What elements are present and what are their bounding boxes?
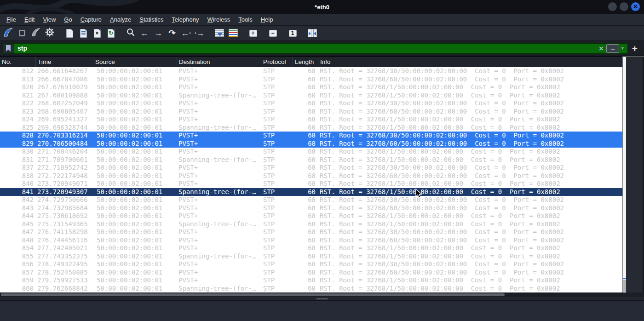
cell-source: 50:00:00:02:00:01: [93, 67, 177, 75]
horizontal-scrollbar[interactable]: [0, 292, 644, 297]
cell-protocol: STP: [261, 285, 293, 293]
capture-options-button[interactable]: [43, 27, 57, 40]
packet-list-header: No.TimeSourceDestinationProtocolLengthIn…: [0, 57, 622, 67]
packet-row-854[interactable]: 854277.74240502150:00:00:02:00:01PVST+ST…: [0, 244, 622, 252]
stop-capture-button[interactable]: [15, 27, 29, 40]
cell-no: 829: [0, 140, 36, 148]
menu-capture[interactable]: Capture: [76, 16, 106, 23]
next-packet-button[interactable]: •→: [193, 27, 207, 40]
menu-tools[interactable]: Tools: [234, 16, 256, 23]
packet-row-844[interactable]: 844275.73061869250:00:00:02:00:01PVST+ST…: [0, 212, 622, 220]
packet-row-860[interactable]: 860279.76266884250:00:00:02:00:01Spannin…: [0, 285, 622, 293]
column-header-protocol[interactable]: Protocol: [261, 57, 293, 67]
cell-source: 50:00:00:02:00:01: [93, 140, 177, 148]
packet-row-837[interactable]: 837272.71895274250:00:00:02:00:01PVST+ST…: [0, 164, 622, 172]
cell-no: 837: [0, 164, 36, 172]
column-header-time[interactable]: Time: [36, 57, 93, 67]
previous-packet-button[interactable]: ←•: [179, 27, 193, 40]
packet-row-838[interactable]: 838272.72217494850:00:00:02:00:01PVST+ST…: [0, 172, 622, 180]
packet-row-812[interactable]: 812266.66164826750:00:00:02:00:01PVST+ST…: [0, 67, 622, 75]
menu-telephony[interactable]: Telephony: [167, 16, 203, 23]
packet-row-824[interactable]: 824269.69524132750:00:00:02:00:01PVST+ST…: [0, 115, 622, 124]
packet-list: 812266.66164826750:00:00:02:00:01PVST+ST…: [0, 67, 622, 292]
menu-analyze[interactable]: Analyze: [106, 16, 135, 23]
save-file-button[interactable]: [76, 27, 90, 40]
zoom-out-button[interactable]: −: [266, 27, 280, 40]
start-capture-button[interactable]: [1, 27, 15, 40]
cell-time: 270.706500484: [36, 140, 93, 148]
reload-file-button[interactable]: ↻: [104, 27, 118, 40]
packet-row-855[interactable]: 855277.74335237550:00:00:02:00:01Spannin…: [0, 252, 622, 261]
prev-packet-icon: ←: [181, 29, 189, 37]
menu-edit[interactable]: Edit: [20, 16, 39, 23]
packet-row-820[interactable]: 820267.67691002950:00:00:02:00:01PVST+ST…: [0, 83, 622, 92]
menu-view[interactable]: View: [39, 16, 60, 23]
display-filter-input[interactable]: [14, 45, 596, 52]
auto-scroll-button[interactable]: [213, 27, 226, 40]
cell-source: 50:00:00:02:00:01: [93, 115, 177, 124]
cell-source: 50:00:00:02:00:01: [93, 252, 177, 261]
filter-clear-button[interactable]: ×: [596, 45, 606, 52]
packet-list-right-margin: [626, 57, 644, 292]
zoom-normal-button[interactable]: 1: [286, 27, 299, 40]
filter-dropdown-caret[interactable]: ▼: [621, 46, 627, 51]
menu-statistics[interactable]: Statistics: [135, 16, 167, 23]
menu-wireless[interactable]: Wireless: [203, 16, 235, 23]
cell-no: 812: [0, 67, 36, 75]
column-header-source[interactable]: Source: [93, 57, 177, 67]
packet-row-845[interactable]: 845275.73154936550:00:00:02:00:01Spannin…: [0, 220, 622, 229]
go-to-packet-button[interactable]: ↷: [165, 27, 179, 40]
minimize-button[interactable]: [608, 2, 617, 11]
go-forward-button[interactable]: →: [151, 27, 165, 40]
packet-row-856[interactable]: 856278.74932249550:00:00:02:00:01PVST+ST…: [0, 260, 622, 269]
menu-help[interactable]: Help: [257, 16, 277, 23]
find-packet-button[interactable]: [124, 27, 138, 40]
zoom-in-button[interactable]: +: [246, 27, 260, 40]
horizontal-scrollbar-thumb[interactable]: [1, 293, 505, 296]
cell-source: 50:00:00:02:00:01: [93, 244, 177, 252]
packet-row-842[interactable]: 842274.72975066650:00:00:02:00:01PVST+ST…: [0, 196, 622, 204]
close-file-button[interactable]: ×: [90, 27, 104, 40]
pane-splitter[interactable]: [0, 297, 644, 301]
packet-row-825[interactable]: 825269.69632874450:00:00:02:00:01Spannin…: [0, 124, 622, 132]
menu-file[interactable]: File: [2, 16, 20, 23]
display-filter-field[interactable]: × → ▼: [2, 43, 628, 54]
packet-row-828[interactable]: 828270.70331621450:00:00:02:00:01PVST+ST…: [0, 132, 622, 140]
column-header-info[interactable]: Info: [318, 57, 622, 67]
packet-row-821[interactable]: 821267.68010988850:00:00:02:00:01Spannin…: [0, 92, 622, 100]
packet-row-841[interactable]: 841273.72094930750:00:00:02:00:01Spannin…: [0, 188, 622, 196]
go-back-button[interactable]: ←: [138, 27, 151, 40]
resize-columns-button[interactable]: [305, 27, 319, 40]
packet-row-829[interactable]: 829270.70650048450:00:00:02:00:01PVST+ST…: [0, 140, 622, 148]
restart-capture-button[interactable]: [29, 27, 43, 40]
packet-row-847[interactable]: 847276.74115829850:00:00:02:00:01PVST+ST…: [0, 228, 622, 236]
maximize-button[interactable]: [620, 2, 628, 11]
column-header-length[interactable]: Length: [293, 57, 318, 67]
cell-info: RST. Root = 32768/60/50:00:00:02:00:00 C…: [318, 140, 622, 148]
packet-row-830[interactable]: 830271.70844620450:00:00:02:00:01PVST+ST…: [0, 148, 622, 156]
coloring-rules-button[interactable]: [226, 27, 240, 40]
packet-row-813[interactable]: 813266.66784708650:00:00:02:00:01PVST+ST…: [0, 75, 622, 84]
packet-row-840[interactable]: 840273.72094907150:00:00:02:00:01PVST+ST…: [0, 180, 622, 188]
open-file-button[interactable]: [63, 27, 76, 40]
column-header-no[interactable]: No.: [0, 57, 36, 67]
cell-no: 820: [0, 83, 36, 92]
packet-row-831[interactable]: 831271.70970060150:00:00:02:00:01Spannin…: [0, 156, 622, 164]
close-button[interactable]: ✕: [631, 2, 640, 11]
packet-row-859[interactable]: 859279.75992753350:00:00:02:00:01PVST+ST…: [0, 276, 622, 285]
cell-info: RST. Root = 32768/1/50:00:00:02:00:00 Co…: [318, 220, 622, 229]
filter-add-button[interactable]: +: [628, 44, 642, 53]
filter-bookmark-button[interactable]: [3, 44, 14, 53]
vertical-scrollbar[interactable]: [622, 57, 626, 292]
packet-row-843[interactable]: 843274.73298568450:00:00:02:00:01PVST+ST…: [0, 204, 622, 212]
packet-row-848[interactable]: 848276.74445611650:00:00:02:00:01PVST+ST…: [0, 236, 622, 245]
cell-no: 821: [0, 92, 36, 100]
packet-row-822[interactable]: 822268.68725204950:00:00:02:00:01PVST+ST…: [0, 99, 622, 108]
filter-apply-button[interactable]: →: [606, 44, 619, 53]
menu-go[interactable]: Go: [60, 16, 76, 23]
cell-protocol: STP: [261, 75, 293, 84]
cell-destination: PVST+: [177, 108, 261, 116]
column-header-destination[interactable]: Destination: [177, 57, 261, 67]
packet-row-823[interactable]: 823268.69080546750:00:00:02:00:01PVST+ST…: [0, 108, 622, 116]
packet-row-857[interactable]: 857278.75245088550:00:00:02:00:01PVST+ST…: [0, 269, 622, 277]
